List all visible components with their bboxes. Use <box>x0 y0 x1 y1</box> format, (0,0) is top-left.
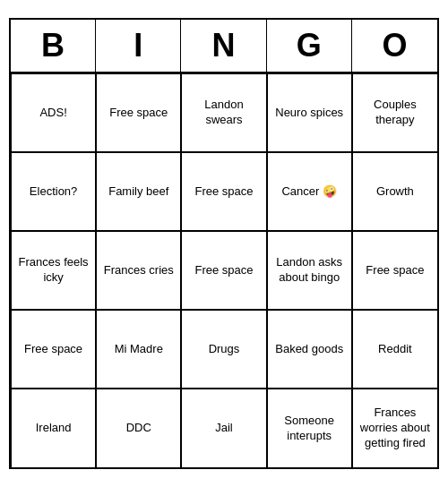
bingo-letter: B <box>11 20 96 72</box>
bingo-cell: Frances worries about getting fired <box>352 389 437 467</box>
bingo-letter: G <box>267 20 352 72</box>
bingo-cell: Free space <box>181 231 266 310</box>
bingo-cell: Family beef <box>96 152 181 231</box>
bingo-cell: Landon asks about bingo <box>267 231 352 310</box>
bingo-cell: Neuro spices <box>267 73 352 152</box>
bingo-header: BINGO <box>11 20 437 73</box>
bingo-letter: I <box>96 20 181 72</box>
bingo-cell: Jail <box>181 389 266 467</box>
bingo-letter: O <box>352 20 437 72</box>
bingo-cell: Frances feels icky <box>11 231 96 310</box>
bingo-cell: Election? <box>11 152 96 231</box>
bingo-card: BINGO ADS!Free spaceLandon swearsNeuro s… <box>9 18 439 469</box>
bingo-cell: Cancer 🤪 <box>267 152 352 231</box>
bingo-cell: Ireland <box>11 389 96 467</box>
bingo-cell: Growth <box>352 152 437 231</box>
bingo-cell: Landon swears <box>181 73 266 152</box>
bingo-cell: Reddit <box>352 310 437 389</box>
bingo-cell: Baked goods <box>267 310 352 389</box>
bingo-cell: Drugs <box>181 310 266 389</box>
bingo-letter: N <box>181 20 266 72</box>
bingo-cell: Couples therapy <box>352 73 437 152</box>
bingo-cell: Free space <box>352 231 437 310</box>
bingo-cell: ADS! <box>11 73 96 152</box>
bingo-cell: Someone interupts <box>267 389 352 467</box>
bingo-cell: Free space <box>11 310 96 389</box>
bingo-cell: Free space <box>96 73 181 152</box>
bingo-cell: Free space <box>181 152 266 231</box>
bingo-cell: Mi Madre <box>96 310 181 389</box>
bingo-cell: Frances cries <box>96 231 181 310</box>
bingo-cell: DDC <box>96 389 181 467</box>
bingo-grid: ADS!Free spaceLandon swearsNeuro spicesC… <box>11 73 437 467</box>
